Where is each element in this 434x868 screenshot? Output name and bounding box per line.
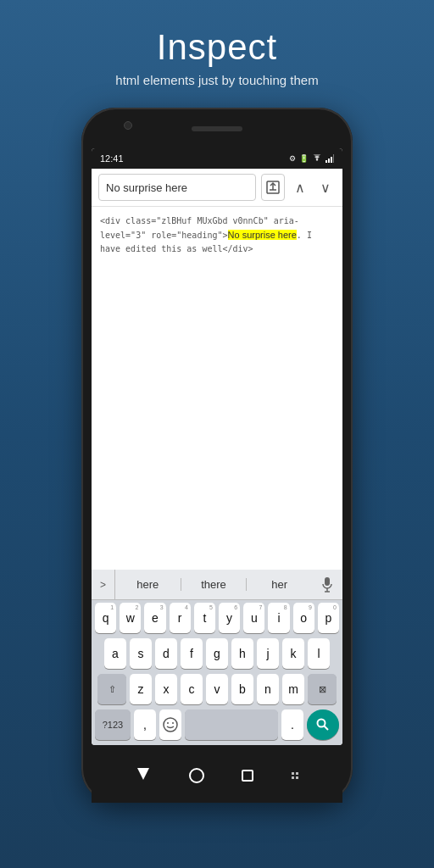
- backspace-key[interactable]: ⊠: [308, 674, 337, 704]
- svg-line-13: [325, 726, 329, 731]
- upload-button[interactable]: [261, 174, 285, 201]
- search-input[interactable]: [98, 174, 256, 201]
- keyboard-area: > here there her 1q: [92, 570, 342, 745]
- nav-down-button[interactable]: ∨: [315, 175, 336, 199]
- key-n[interactable]: n: [257, 674, 279, 704]
- key-j[interactable]: j: [257, 638, 279, 669]
- key-e[interactable]: 3e: [144, 603, 165, 633]
- wifi-icon: [312, 154, 322, 163]
- key-l[interactable]: l: [308, 638, 330, 669]
- key-i[interactable]: 8i: [268, 603, 289, 633]
- key-d[interactable]: d: [155, 638, 177, 669]
- highlighted-text: No surprise here: [228, 230, 297, 240]
- settings-icon: ⚙: [289, 154, 296, 163]
- svg-point-11: [172, 722, 174, 724]
- status-bar: 12:41 ⚙ 🔋: [92, 148, 342, 169]
- nav-up-button[interactable]: ∧: [290, 175, 310, 199]
- key-p[interactable]: 0p: [318, 603, 339, 633]
- keyboard-row-4: ?123 , .: [92, 707, 342, 745]
- svg-rect-1: [328, 159, 330, 163]
- settings-dots: [292, 772, 298, 779]
- key-f[interactable]: f: [181, 638, 203, 669]
- key-t[interactable]: 5t: [194, 603, 215, 633]
- content-area: <div class="zlBHuf MUxGbd v0nnCb" aria-l…: [92, 207, 342, 570]
- page-subtitle: html elements just by touching them: [115, 73, 318, 87]
- comma-key[interactable]: ,: [134, 709, 156, 740]
- recents-button[interactable]: [242, 770, 253, 782]
- svg-marker-14: [137, 768, 149, 780]
- key-g[interactable]: g: [206, 638, 228, 669]
- period-key[interactable]: .: [281, 709, 303, 740]
- header-section: Inspect html elements just by touching t…: [98, 0, 335, 104]
- key-o[interactable]: 9o: [293, 603, 314, 633]
- signal-icon: [326, 154, 334, 163]
- key-m[interactable]: m: [282, 674, 304, 704]
- svg-point-10: [167, 722, 169, 724]
- key-c[interactable]: c: [181, 674, 203, 704]
- svg-rect-3: [333, 154, 334, 163]
- key-y[interactable]: 6y: [219, 603, 240, 633]
- numbers-key[interactable]: ?123: [95, 709, 131, 740]
- back-icon: [136, 766, 151, 782]
- key-z[interactable]: z: [130, 674, 152, 704]
- svg-point-12: [318, 720, 326, 727]
- key-b[interactable]: b: [231, 674, 253, 704]
- suggestion-expand[interactable]: >: [92, 570, 115, 600]
- upload-icon: [266, 181, 280, 194]
- back-button[interactable]: [136, 766, 151, 785]
- bottom-nav: [92, 748, 342, 803]
- suggestion-there[interactable]: there: [181, 578, 248, 591]
- mic-icon: [322, 577, 332, 593]
- svg-rect-6: [325, 577, 330, 586]
- phone-speaker: [192, 126, 242, 131]
- emoji-icon: [163, 717, 178, 732]
- suggestions-row: > here there her: [92, 570, 342, 600]
- space-key[interactable]: [185, 709, 278, 740]
- mic-button[interactable]: [312, 570, 342, 600]
- key-h[interactable]: h: [231, 638, 253, 669]
- status-icons: ⚙ 🔋: [289, 154, 334, 163]
- search-icon: [316, 718, 330, 732]
- battery-icon: 🔋: [299, 154, 309, 163]
- key-q[interactable]: 1q: [95, 603, 116, 633]
- search-key[interactable]: [307, 709, 339, 740]
- key-r[interactable]: 4r: [170, 603, 191, 633]
- key-a[interactable]: a: [104, 638, 126, 669]
- key-u[interactable]: 7u: [243, 603, 264, 633]
- keyboard-row-3: ⇧ z x c v b n m ⊠: [92, 671, 342, 707]
- shift-key[interactable]: ⇧: [97, 674, 126, 704]
- suggestion-here[interactable]: here: [115, 578, 181, 591]
- key-k[interactable]: k: [282, 638, 304, 669]
- emoji-key[interactable]: [159, 709, 181, 740]
- svg-rect-2: [331, 157, 332, 163]
- suggestion-items: here there her: [115, 578, 312, 591]
- home-button[interactable]: [189, 768, 204, 783]
- key-s[interactable]: s: [130, 638, 152, 669]
- phone-screen: 12:41 ⚙ 🔋: [92, 148, 342, 745]
- status-time: 12:41: [100, 153, 124, 164]
- phone-camera: [124, 121, 132, 130]
- svg-rect-0: [326, 160, 327, 163]
- key-w[interactable]: 2w: [120, 603, 141, 633]
- key-x[interactable]: x: [155, 674, 177, 704]
- key-v[interactable]: v: [206, 674, 228, 704]
- page-title: Inspect: [115, 27, 318, 68]
- phone-container: 12:41 ⚙ 🔋: [81, 108, 353, 803]
- keyboard-row-1: 1q 2w 3e 4r 5t 6y 7u: [92, 600, 342, 636]
- suggestion-her[interactable]: her: [247, 578, 312, 591]
- search-bar: ∧ ∨: [92, 169, 342, 207]
- keyboard-row-2: a s d f g h j k l: [92, 636, 342, 671]
- svg-point-9: [164, 718, 177, 732]
